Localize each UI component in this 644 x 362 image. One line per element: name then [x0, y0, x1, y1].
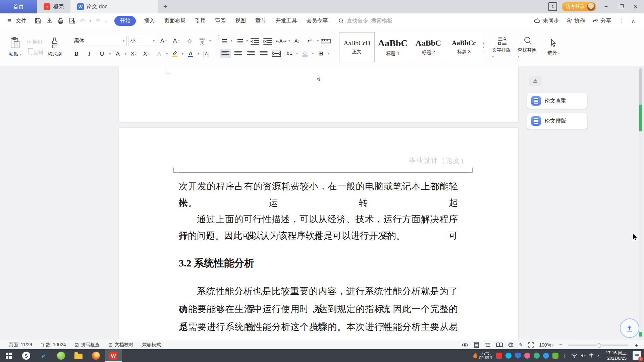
zoom-slider-thumb[interactable] [597, 343, 601, 348]
scrollbar-thumb[interactable] [639, 68, 642, 106]
undo-caret-icon[interactable]: ▾ [90, 19, 91, 23]
justify-icon[interactable] [258, 49, 269, 58]
taskbar-clock[interactable]: 17:16 周三2021/8/25 [606, 350, 627, 361]
ribbon-tab-insert[interactable]: 插入 [144, 17, 155, 24]
style-normal[interactable]: AaBbCcD 正文 [339, 32, 375, 62]
vertical-scrollbar[interactable] [639, 66, 643, 340]
italic-button[interactable]: I [84, 49, 95, 59]
login-button[interactable]: 访客登录 [562, 2, 596, 11]
distribute-icon[interactable] [271, 49, 282, 58]
tab-docer[interactable]: ∩ 稻壳 [37, 0, 70, 13]
ribbon-tab-review[interactable]: 审阅 [215, 17, 226, 24]
page-view-icon[interactable] [474, 342, 479, 348]
close-button[interactable]: × [631, 2, 641, 11]
find-replace-button[interactable]: 查找替换 ▾ [518, 31, 538, 63]
tray-green-icon[interactable] [534, 353, 540, 359]
taskbar-ie-browser[interactable]: e [35, 349, 52, 362]
undo-button[interactable]: ↶ [80, 18, 85, 24]
select-button[interactable]: 选择 ▾ [543, 31, 564, 63]
cut-button[interactable]: ✂ 剪切 [27, 39, 43, 45]
taskbar-sogou-input[interactable]: S [17, 349, 35, 362]
taskbar-file-explorer[interactable] [70, 349, 87, 362]
ribbon-tab-section[interactable]: 章节 [255, 17, 266, 24]
outline-view-icon[interactable] [485, 343, 491, 347]
web-layout-icon[interactable] [508, 342, 514, 348]
notification-center-button[interactable]: 1 [633, 351, 641, 360]
subscript-button[interactable]: X2 [141, 49, 152, 59]
cpu-temp-widget[interactable]: 77℃CPU温度 [473, 351, 493, 360]
redo-button[interactable]: ↷ [96, 18, 100, 24]
eye-protect-icon[interactable] [462, 343, 469, 347]
print-icon[interactable] [57, 17, 64, 24]
ribbon-tab-developer[interactable]: 开发工具 [275, 17, 297, 24]
collapse-ribbon-icon[interactable]: ∧ [631, 18, 635, 24]
text-effects-button[interactable]: A [153, 49, 165, 59]
zoom-slider[interactable] [568, 345, 628, 346]
sync-status[interactable]: 未同步 [534, 17, 559, 24]
word-count[interactable]: 字数: 10024 [41, 342, 66, 348]
ink-mode-icon[interactable]: ✎ [519, 342, 523, 348]
style-heading1[interactable]: AaBbC 标题 1 [375, 33, 410, 62]
decrease-font-button[interactable]: A－ [171, 36, 182, 46]
tray-qq-icon[interactable] [505, 353, 512, 359]
save-icon[interactable] [35, 17, 41, 24]
tab-home[interactable]: 首页 [0, 0, 37, 13]
text-layout-button[interactable]: 文字排版 ▾ [492, 31, 513, 63]
font-name-select[interactable]: 黑体▾ [72, 36, 127, 46]
ribbon-tab-view[interactable]: 视图 [235, 17, 246, 24]
float-widget-button[interactable] [620, 318, 639, 338]
font-size-select[interactable]: 小二▾ [128, 36, 157, 46]
page-previous[interactable]: 6 [119, 66, 518, 122]
share-button[interactable]: 分享 [592, 17, 611, 24]
new-tab-button[interactable]: + [158, 0, 173, 13]
fullscreen-icon[interactable] [528, 342, 534, 348]
tray-leaf-icon[interactable] [552, 353, 558, 359]
tab-document[interactable]: W 论文.doc [70, 0, 158, 13]
paper-check-button[interactable]: 论文查重 [527, 93, 587, 109]
window-manage-icon[interactable]: 1 [548, 2, 557, 11]
font-color-button[interactable]: A [185, 49, 196, 59]
tray-bluetooth-icon[interactable]: ᛒ [562, 353, 568, 359]
styles-scroll-up-icon[interactable]: ▴ [483, 41, 484, 45]
panel-collapse-button[interactable] [529, 76, 542, 86]
spell-check-toggle[interactable]: ☑拼写检查 [75, 342, 100, 348]
pinyin-guide-button[interactable]: wén文 [197, 36, 208, 46]
tray-volume-icon[interactable] [581, 353, 586, 358]
superscript-button[interactable]: X2 [128, 49, 139, 59]
shading-button[interactable]: ◇ [299, 49, 311, 58]
paste-button[interactable]: 粘贴 ▾ [5, 31, 25, 63]
tray-expand-icon[interactable]: ∧ [597, 354, 600, 358]
page-indicator[interactable]: 页面: 11/29 [9, 342, 32, 348]
sort-button[interactable]: A↓ [291, 36, 303, 46]
character-scale-button[interactable]: ⇤A⇥ [275, 36, 287, 46]
bold-button[interactable]: B [71, 49, 82, 59]
start-button[interactable] [0, 349, 17, 362]
print-preview-icon[interactable] [69, 17, 75, 24]
zoom-level[interactable]: 100%▾ [539, 342, 554, 348]
tray-ime-icon[interactable]: 中 [589, 353, 594, 359]
tray-blue-circle-icon[interactable] [543, 353, 549, 359]
more-menu-icon[interactable]: ⋮ [619, 18, 624, 24]
align-center-icon[interactable] [232, 49, 244, 58]
zoom-out-button[interactable]: − [559, 342, 562, 348]
read-mode-icon[interactable] [496, 343, 503, 348]
bullet-list-button[interactable]: ••• [218, 36, 229, 46]
minimize-button[interactable]: − [601, 2, 611, 11]
copy-button[interactable]: 复制 [27, 50, 43, 56]
zoom-in-button[interactable]: ＋ [634, 341, 639, 349]
tray-game-icon[interactable] [496, 353, 502, 359]
ribbon-tab-member[interactable]: 会员专享 [306, 17, 328, 24]
proofread-toggle[interactable]: ☒文档校对 [108, 342, 133, 348]
align-left-icon[interactable] [220, 49, 231, 58]
taskbar-firefox[interactable] [87, 349, 105, 362]
clear-format-button[interactable]: ◇ [184, 36, 195, 46]
collaborate-button[interactable]: 协作 [566, 17, 585, 24]
increase-font-button[interactable]: A＋ [158, 36, 170, 46]
command-search[interactable]: 查找命令, 搜索模板 [338, 17, 392, 24]
borders-button[interactable]: ⊞ [315, 49, 326, 58]
strikethrough-button[interactable]: A [112, 49, 123, 59]
decrease-indent-icon[interactable] [249, 36, 261, 46]
menu-file[interactable]: 文件 [16, 17, 26, 24]
page-current[interactable]: 毕业设计（论文） 次开发的程序占有的资源耗费较小，在一般的电脑或笔记本上都能轻松… [119, 128, 518, 340]
styles-more-icon[interactable]: ≡ [483, 50, 484, 53]
